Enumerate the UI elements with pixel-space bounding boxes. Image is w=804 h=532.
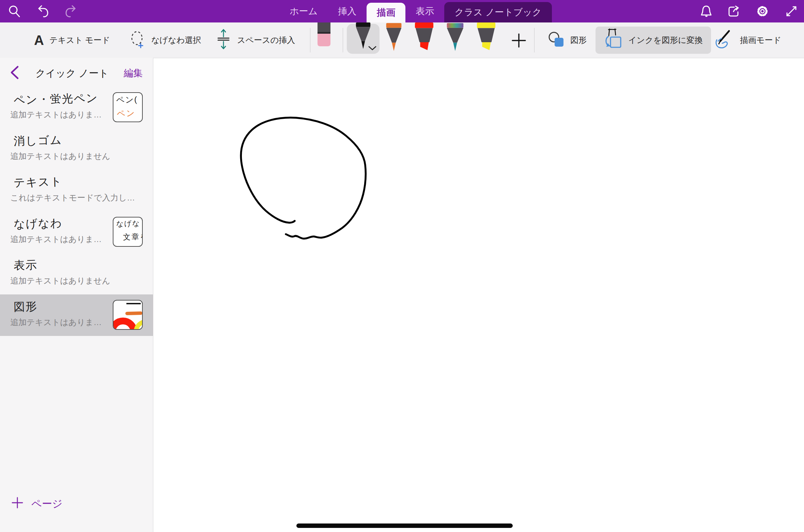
page-item-lasso[interactable]: なげなわ 追加テキストはありま… なげな 文章を: [0, 211, 153, 253]
chevron-down-icon[interactable]: [368, 46, 377, 52]
undo-icon[interactable]: [36, 4, 50, 18]
ribbon-tabs: ホーム 挿入 描画 表示 クラス ノートブック: [279, 0, 552, 22]
search-icon[interactable]: [7, 4, 21, 18]
text-mode-button[interactable]: A テキスト モード: [34, 22, 110, 58]
page-item-text[interactable]: テキスト これはテキストモードで入力し…: [0, 170, 153, 211]
page-subtitle: 追加テキストはありません: [10, 275, 110, 286]
plus-icon: [12, 497, 23, 511]
black-pen-tool-selected[interactable]: [347, 24, 380, 54]
lasso-select-button[interactable]: なげなわ選択: [129, 22, 201, 58]
top-app-bar: ホーム 挿入 描画 表示 クラス ノートブック: [0, 0, 804, 22]
sidebar-header: クイック ノート 編集: [0, 58, 153, 87]
fullscreen-icon[interactable]: [785, 4, 798, 18]
text-mode-icon: A: [34, 33, 44, 47]
page-subtitle: 追加テキストはありま…: [10, 317, 102, 328]
tab-home[interactable]: ホーム: [279, 0, 328, 22]
rainbow-pen-tool[interactable]: [446, 22, 465, 54]
page-title: 表示: [13, 257, 37, 273]
page-title: テキスト: [13, 174, 62, 191]
tab-class-notebook[interactable]: クラス ノートブック: [444, 2, 552, 22]
lasso-icon: [129, 30, 146, 50]
shapes-icon: [547, 30, 565, 50]
back-chevron-icon[interactable]: [9, 65, 21, 79]
settings-icon[interactable]: [756, 4, 769, 18]
page-subtitle: 追加テキストはありま…: [10, 234, 102, 245]
yellow-highlighter-tool[interactable]: [476, 22, 496, 54]
page-title: ペン・蛍光ペン: [13, 91, 98, 108]
edit-button[interactable]: 編集: [124, 67, 143, 80]
tab-insert[interactable]: 挿入: [328, 0, 367, 22]
page-subtitle: 追加テキストはありません: [10, 151, 110, 162]
lasso-label: なげなわ選択: [151, 35, 201, 46]
page-list-sidebar: クイック ノート 編集 ペン・蛍光ペン 追加テキストはありま… ペン( ペン 消…: [0, 58, 153, 532]
shapes-button[interactable]: 図形: [547, 22, 587, 58]
draw-mode-icon: [714, 30, 735, 51]
add-page-label: ページ: [31, 497, 62, 511]
page-item-shapes-selected[interactable]: 図形 追加テキストはありま…: [0, 294, 153, 336]
ribbon-divider: [534, 28, 535, 52]
draw-mode-button[interactable]: 描画モード: [714, 22, 781, 58]
ribbon-divider: [343, 28, 343, 52]
page-title: 消しゴム: [13, 132, 62, 149]
drawing-canvas[interactable]: [154, 58, 804, 532]
page-title: 図形: [13, 299, 37, 315]
share-icon[interactable]: [727, 4, 740, 18]
page-thumbnail: [113, 300, 143, 330]
page-title: なげなわ: [13, 215, 62, 232]
page-subtitle: 追加テキストはありま…: [10, 109, 102, 120]
ink-to-shape-label: インクを図形に変換: [628, 35, 703, 46]
text-mode-label: テキスト モード: [49, 35, 110, 46]
ink-to-shape-icon: [604, 28, 623, 52]
red-marker-tool[interactable]: [414, 22, 434, 54]
page-thumbnail: なげな 文章を: [113, 217, 143, 247]
orange-pen-tool[interactable]: [384, 22, 403, 54]
onenote-app-window: ホーム 挿入 描画 表示 クラス ノートブック: [0, 0, 804, 532]
page-subtitle: これはテキストモードで入力し…: [10, 192, 135, 203]
insert-space-icon: [215, 29, 232, 52]
ribbon-divider: [310, 28, 310, 52]
ink-to-shape-button[interactable]: インクを図形に変換: [596, 27, 711, 54]
eraser-tool[interactable]: [317, 22, 331, 47]
page-item-eraser[interactable]: 消しゴム 追加テキストはありません: [0, 128, 153, 170]
notifications-icon[interactable]: [699, 4, 713, 18]
draw-ribbon: A テキスト モード なげなわ選択 スペースの挿入: [0, 22, 804, 58]
home-indicator[interactable]: [296, 523, 513, 528]
add-page-button[interactable]: ページ: [12, 497, 62, 511]
redo-icon[interactable]: [64, 4, 78, 18]
insert-space-label: スペースの挿入: [237, 35, 295, 46]
page-thumbnail: ペン( ペン: [113, 92, 143, 122]
page-item-pen-highlighter[interactable]: ペン・蛍光ペン 追加テキストはありま… ペン( ペン: [0, 87, 153, 128]
ink-stroke-circle: [154, 58, 804, 532]
insert-space-button[interactable]: スペースの挿入: [215, 22, 295, 58]
tab-draw[interactable]: 描画: [367, 3, 405, 22]
shapes-label: 図形: [570, 35, 587, 46]
draw-mode-label: 描画モード: [740, 35, 781, 46]
section-title: クイック ノート: [35, 67, 109, 80]
add-pen-button[interactable]: [511, 33, 527, 48]
page-item-view[interactable]: 表示 追加テキストはありません: [0, 253, 153, 294]
tab-view[interactable]: 表示: [405, 0, 444, 22]
